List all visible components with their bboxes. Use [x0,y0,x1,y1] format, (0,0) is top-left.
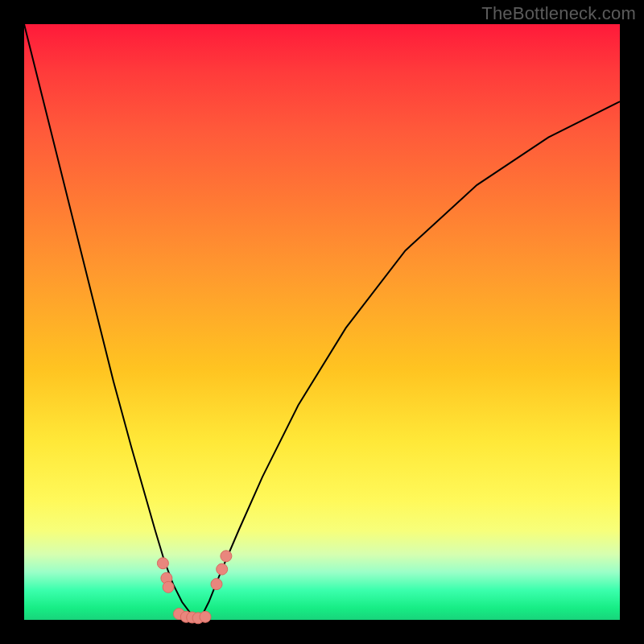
data-marker [157,558,168,569]
data-marker [217,564,228,575]
chart-frame: TheBottleneck.com [0,0,644,644]
right-curve-line [200,101,620,620]
data-marker [163,581,174,592]
marker-group [157,551,232,624]
data-marker [200,611,211,622]
data-marker [221,551,232,562]
chart-svg [24,24,620,620]
data-marker [211,579,222,590]
left-curve-line [24,24,200,620]
plot-area [24,24,620,620]
watermark-text: TheBottleneck.com [481,3,636,24]
